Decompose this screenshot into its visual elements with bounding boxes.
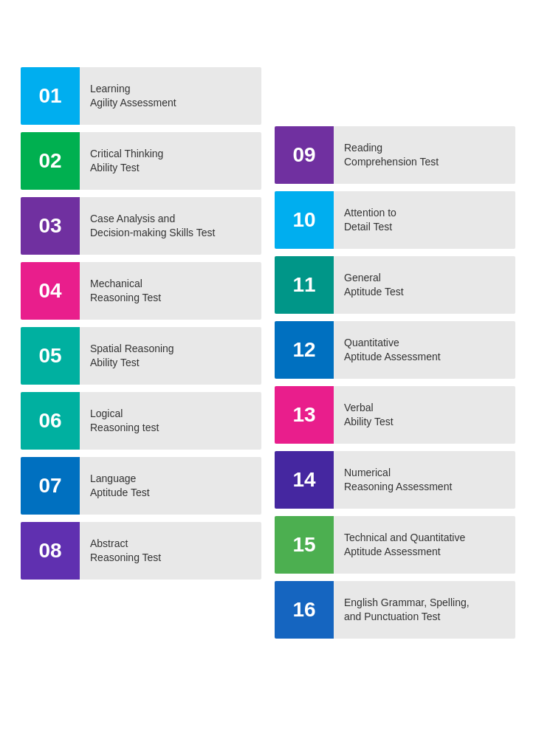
card-09-number: 09 bbox=[275, 126, 334, 184]
card-10[interactable]: 10Attention toDetail Test bbox=[275, 191, 515, 249]
card-04[interactable]: 04MechanicalReasoning Test bbox=[21, 262, 261, 320]
card-05-label: Spatial ReasoningAbility Test bbox=[80, 327, 185, 385]
card-10-label: Attention toDetail Test bbox=[334, 191, 407, 249]
page-title bbox=[21, 22, 515, 45]
card-02-number: 02 bbox=[21, 132, 80, 190]
card-05-number: 05 bbox=[21, 327, 80, 385]
right-column: 09ReadingComprehension Test10Attention t… bbox=[275, 126, 515, 639]
card-01-number: 01 bbox=[21, 67, 80, 125]
card-02[interactable]: 02Critical ThinkingAbility Test bbox=[21, 132, 261, 190]
card-06-label: LogicalReasoning test bbox=[80, 392, 169, 450]
columns-container: 01LearningAgility Assessment02Critical T… bbox=[21, 67, 515, 639]
card-01[interactable]: 01LearningAgility Assessment bbox=[21, 67, 261, 125]
card-04-number: 04 bbox=[21, 262, 80, 320]
card-08[interactable]: 08AbstractReasoning Test bbox=[21, 522, 261, 580]
card-03-label: Case Analysis andDecision-making Skills … bbox=[80, 197, 225, 255]
card-02-label: Critical ThinkingAbility Test bbox=[80, 132, 173, 190]
card-07-label: LanguageAptitude Test bbox=[80, 457, 160, 515]
card-09-label: ReadingComprehension Test bbox=[334, 126, 449, 184]
card-06[interactable]: 06LogicalReasoning test bbox=[21, 392, 261, 450]
card-08-number: 08 bbox=[21, 522, 80, 580]
card-07[interactable]: 07LanguageAptitude Test bbox=[21, 457, 261, 515]
card-16-number: 16 bbox=[275, 581, 334, 639]
card-11-label: GeneralAptitude Test bbox=[334, 256, 414, 314]
card-14[interactable]: 14NumericalReasoning Assessment bbox=[275, 451, 515, 509]
card-14-label: NumericalReasoning Assessment bbox=[334, 451, 462, 509]
card-15-label: Technical and QuantitativeAptitude Asses… bbox=[334, 516, 475, 574]
card-12-number: 12 bbox=[275, 321, 334, 379]
card-05[interactable]: 05Spatial ReasoningAbility Test bbox=[21, 327, 261, 385]
card-16[interactable]: 16English Grammar, Spelling,and Punctuat… bbox=[275, 581, 515, 639]
card-13[interactable]: 13VerbalAbility Test bbox=[275, 386, 515, 444]
card-15-number: 15 bbox=[275, 516, 334, 574]
card-09[interactable]: 09ReadingComprehension Test bbox=[275, 126, 515, 184]
card-01-label: LearningAgility Assessment bbox=[80, 67, 187, 125]
card-08-label: AbstractReasoning Test bbox=[80, 522, 171, 580]
card-11[interactable]: 11GeneralAptitude Test bbox=[275, 256, 515, 314]
card-16-label: English Grammar, Spelling,and Punctuatio… bbox=[334, 581, 480, 639]
card-06-number: 06 bbox=[21, 392, 80, 450]
left-column: 01LearningAgility Assessment02Critical T… bbox=[21, 67, 261, 580]
card-03[interactable]: 03Case Analysis andDecision-making Skill… bbox=[21, 197, 261, 255]
card-12-label: QuantitativeAptitude Assessment bbox=[334, 321, 451, 379]
card-11-number: 11 bbox=[275, 256, 334, 314]
card-12[interactable]: 12QuantitativeAptitude Assessment bbox=[275, 321, 515, 379]
card-13-number: 13 bbox=[275, 386, 334, 444]
card-10-number: 10 bbox=[275, 191, 334, 249]
card-07-number: 07 bbox=[21, 457, 80, 515]
card-15[interactable]: 15Technical and QuantitativeAptitude Ass… bbox=[275, 516, 515, 574]
card-04-label: MechanicalReasoning Test bbox=[80, 262, 171, 320]
card-13-label: VerbalAbility Test bbox=[334, 386, 404, 444]
card-03-number: 03 bbox=[21, 197, 80, 255]
card-14-number: 14 bbox=[275, 451, 334, 509]
